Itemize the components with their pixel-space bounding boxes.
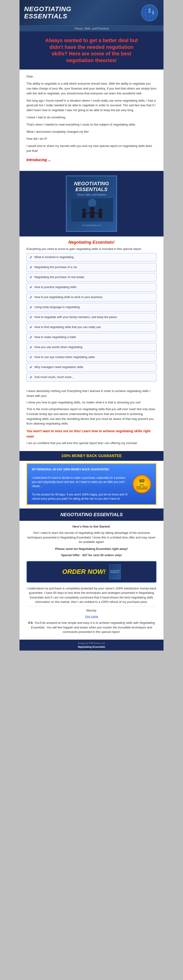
list-item: ✔ How to negotiate with your family memb…	[27, 313, 156, 321]
seal-line2: DAY	[136, 484, 147, 486]
check-icon-1: ✔	[30, 255, 33, 259]
checklist-item-text-6: Using body language in negotiating	[35, 305, 80, 309]
checklist-intro: Everything you need to know to gain nego…	[27, 247, 156, 251]
introducing-text: Introducing ...	[27, 157, 156, 163]
body-content: Dear , The ability to negotiate is a ski…	[19, 70, 164, 171]
body-para-4: That's when I started to read everything…	[27, 122, 156, 127]
check-icon-13: ✔	[30, 375, 33, 379]
body-para-7: I would love to share my secrets with yo…	[27, 144, 156, 153]
checklist-item-text-9: How to make negotiating a habit	[35, 336, 76, 339]
salutation: Dear ,	[27, 74, 156, 79]
svg-point-5	[148, 8, 151, 11]
report-title: Negotiating Essentials!	[27, 240, 156, 245]
guarantee-seal: 60 DAY MONEY BACK GUARANTEE	[133, 475, 151, 493]
checklist-item-text-12: Why managers need negotiation skills	[35, 366, 84, 369]
check-icon-11: ✔	[30, 355, 33, 360]
list-item: ✔ Negotiating the purchase of real estat…	[27, 273, 156, 282]
order-book-thumbnail: NEGOTIATINGESSENTIALS	[109, 564, 121, 579]
book-figure	[71, 198, 113, 221]
guarantee-text-2: Try the product for 60 days. If you aren…	[32, 493, 127, 500]
checklist-item-text-10: How you use words when negotiating	[35, 345, 82, 349]
check-icon-12: ✔	[30, 365, 33, 369]
check-icon-5: ✔	[30, 295, 33, 299]
offer-text: Special Offer - $37 for next 20 orders o…	[27, 553, 156, 558]
title-line1: Negotiating	[24, 6, 71, 13]
list-item: ✔ How to make negotiating a habit	[27, 333, 156, 342]
list-item: ✔ How to practice negotiating skills	[27, 283, 156, 291]
checklist-item-text-3: Negotiating the purchase of real estate	[35, 275, 84, 279]
your-name-signature: Your name	[27, 614, 156, 619]
design-credit: Design by PdfeSolver.com	[22, 642, 161, 644]
send-text: Please send me Negotiating Essentials ri…	[27, 547, 156, 551]
checklist-section: Everything you need to know to gain nego…	[19, 246, 164, 387]
svg-point-15	[98, 208, 102, 212]
book-subtitle: Theory, Skills, and Practices	[71, 193, 112, 196]
list-item: ✔ Negotiating the purchase of a car	[27, 263, 156, 272]
seal-line4: GUARANTEE	[136, 488, 147, 490]
hero-headline: Always wanted to get a better deal butdi…	[27, 37, 156, 64]
subheader-text: Theory, Skills, and Practices	[74, 27, 109, 30]
body-para-2: Not long ago I found myself in a situati…	[27, 99, 156, 113]
svg-point-11	[90, 207, 95, 211]
footer-book-title: Negotiating Essentials	[24, 512, 159, 517]
checklist-item-text-2: Negotiating the purchase of a car	[35, 266, 77, 269]
checklist-item-text-1: What is involved in negotiating	[35, 256, 74, 259]
check-icon-8: ✔	[30, 325, 33, 329]
report-title-section: Negotiating Essentials!	[19, 237, 164, 246]
svg-rect-14	[82, 212, 86, 218]
checklist-item-text-5: How to put negotiating skills to work in…	[35, 296, 103, 299]
header: Negotiating Essentials	[19, 0, 164, 25]
svg-rect-8	[152, 13, 154, 14]
hero-section: Always wanted to get a better deal butdi…	[19, 32, 164, 70]
mid-body: I leave absolutely nothing out! Everythi…	[19, 387, 164, 451]
seal-line3: MONEY BACK	[136, 486, 147, 488]
checklist-item-text-7: How to negotiate with your family member…	[35, 315, 117, 319]
order-button[interactable]: ORDER NOW! NEGOTIATINGESSENTIALS	[27, 561, 156, 583]
book-title: Negotiating Essentials	[71, 181, 112, 192]
check-icon-2: ✔	[30, 265, 33, 269]
body-para-3: I knew I had to do something.	[27, 115, 156, 120]
list-item: ✔ And much much, much more...	[27, 373, 156, 382]
footer-title: Negotiating Essentials	[22, 646, 161, 648]
list-item: ✔ How you use words when negotiating	[27, 343, 156, 352]
highlight-text: You won't want to miss out on this! Lear…	[27, 428, 156, 439]
mid-para-1: I leave absolutely nothing out! Everythi…	[27, 389, 156, 399]
checklist-item-text-13: And much much, much more...	[35, 375, 74, 379]
order-btn-label[interactable]: ORDER NOW!	[62, 568, 106, 576]
guarantee-main-title: MY PERSONAL 60 DAY 100% MONEY BACK GUARA…	[32, 468, 109, 471]
book-section: Negotiating Essentials Theory, Skills, a…	[19, 171, 164, 236]
globe-icon	[140, 3, 159, 22]
checklist-item-text-8: How to find negotiating skills that you …	[35, 326, 101, 329]
list-item: ✔ How to put negotiating skills to work …	[27, 293, 156, 302]
seal-line1: 60	[136, 478, 147, 484]
guarantee-box: MY PERSONAL 60 DAY 100% MONEY BACK GUARA…	[27, 463, 156, 505]
list-item: ✔ Why managers need negotiation skills	[27, 363, 156, 372]
list-item: ✔ How to find negotiating skills that yo…	[27, 323, 156, 332]
page-footer: Design by PdfeSolver.com Negotiating Ess…	[19, 640, 164, 651]
svg-rect-12	[90, 211, 95, 218]
guarantee-note: I understand my purchase is completely p…	[27, 586, 156, 604]
check-icon-7: ✔	[30, 315, 33, 320]
svg-rect-16	[98, 212, 102, 218]
order-header: Here's How to Get Started:	[27, 524, 156, 529]
list-item: ✔ What is involved in negotiating	[27, 253, 156, 262]
svg-point-13	[82, 208, 86, 212]
check-icon-9: ✔	[30, 335, 33, 339]
guarantee-header: 100% Money Back Guarantee	[19, 451, 164, 461]
guarantee-text-1: I understand it's hard to decide to make…	[32, 476, 125, 488]
confident-text: I am so confident that you will love thi…	[27, 441, 156, 446]
ps-section: P.S. You'll be amazed at how simple and …	[27, 620, 156, 634]
mid-para-2: I show you how to gain negotiating skill…	[27, 400, 156, 405]
checklist-item-text-4: How to practice negotiating skills	[35, 285, 76, 289]
mid-para-3: This is the most comprehensive report on…	[27, 407, 156, 426]
footer-book-section: Negotiating Essentials	[19, 509, 164, 521]
body-para-1: The ability to negotiate is a skill whic…	[27, 81, 156, 96]
book-image: Negotiating Essentials Theory, Skills, a…	[66, 175, 117, 232]
book-url: AXXApublishing.com	[71, 224, 112, 226]
check-icon-10: ✔	[30, 345, 33, 350]
order-para-2: Yes! I want to learn the secrets of nego…	[27, 531, 156, 544]
check-icon-4: ✔	[30, 285, 33, 290]
list-item: ✔ How to use eye contact when negotiatin…	[27, 353, 156, 361]
svg-point-7	[152, 11, 154, 13]
warmly: Warmly,	[27, 608, 156, 613]
